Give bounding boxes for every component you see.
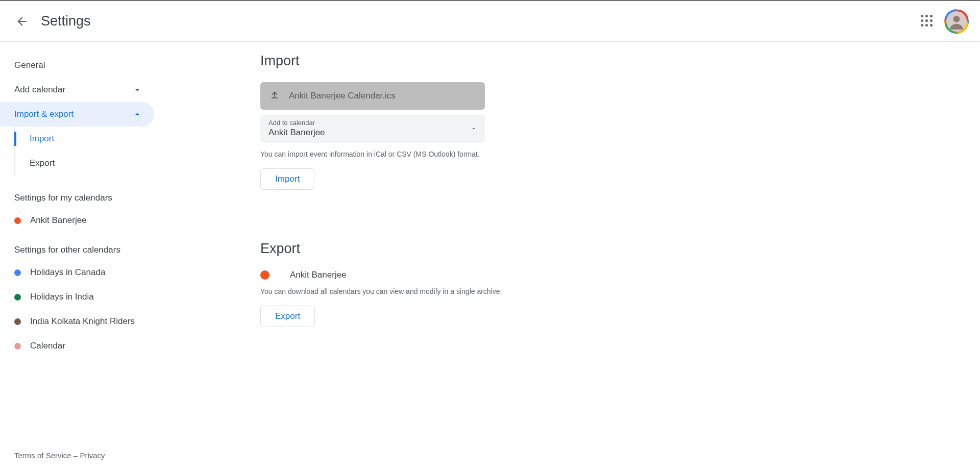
nav-label: Import & export xyxy=(14,109,74,119)
export-helper-text: You can download all calendars you can v… xyxy=(260,287,960,295)
export-button[interactable]: Export xyxy=(260,306,315,327)
calendar-color-dot xyxy=(14,294,21,301)
calendar-color-dot xyxy=(14,217,21,224)
calendar-color-dot xyxy=(14,318,21,325)
dropdown-arrow-icon xyxy=(471,125,477,133)
calendar-label: Holidays in Canada xyxy=(30,267,105,278)
import-title: Import xyxy=(260,53,960,69)
calendar-color-dot xyxy=(14,343,21,350)
import-button[interactable]: Import xyxy=(260,168,314,190)
export-title: Export xyxy=(260,241,960,257)
header-bar: Settings xyxy=(0,0,980,42)
selected-filename: Ankit Banerjee Calendar.ics xyxy=(289,91,396,101)
other-calendars-header: Settings for other calendars xyxy=(0,233,158,260)
export-section: Export Ankit Banerjee You can download a… xyxy=(260,241,960,327)
nav-label: Add calendar xyxy=(14,85,65,95)
footer-links: Terms of Service – Privacy xyxy=(0,441,158,474)
import-export-submenu: Import Export xyxy=(14,127,158,176)
add-to-calendar-select[interactable]: Add to calendar Ankit Banerjee xyxy=(260,115,485,143)
subnav-export[interactable]: Export xyxy=(15,151,158,176)
back-arrow-icon[interactable] xyxy=(14,14,30,29)
calendar-label: Ankit Banerjee xyxy=(30,215,87,226)
footer-separator: – xyxy=(71,451,80,460)
nav-general[interactable]: General xyxy=(0,53,154,78)
google-apps-icon[interactable] xyxy=(921,15,934,28)
layout-container: General Add calendar Import & export Imp… xyxy=(0,42,980,474)
import-section: Import Ankit Banerjee Calendar.ics Add t… xyxy=(260,53,960,190)
chevron-up-icon xyxy=(132,109,143,120)
nav-label: General xyxy=(14,60,45,70)
other-calendar-item[interactable]: India Kolkata Knight Riders xyxy=(0,309,158,334)
privacy-link[interactable]: Privacy xyxy=(80,451,105,460)
nav-add-calendar[interactable]: Add calendar xyxy=(0,78,154,102)
export-calendar-row: Ankit Banerjee xyxy=(260,270,960,280)
page-title: Settings xyxy=(41,13,91,29)
select-label: Add to calendar xyxy=(268,119,477,127)
other-calendar-item[interactable]: Holidays in India xyxy=(0,285,158,309)
export-calendar-name: Ankit Banerjee xyxy=(290,270,347,280)
file-upload-chip[interactable]: Ankit Banerjee Calendar.ics xyxy=(260,82,485,110)
import-helper-text: You can import event information in iCal… xyxy=(260,150,960,158)
calendar-label: Calendar xyxy=(30,341,65,351)
settings-main: Import Ankit Banerjee Calendar.ics Add t… xyxy=(158,42,980,474)
account-avatar[interactable] xyxy=(944,9,969,34)
terms-link[interactable]: Terms of Service xyxy=(14,451,71,460)
calendar-color-dot xyxy=(260,270,270,280)
calendar-label: Holidays in India xyxy=(30,292,94,302)
chevron-down-icon xyxy=(132,84,143,95)
settings-sidebar: General Add calendar Import & export Imp… xyxy=(0,42,158,474)
nav-import-export[interactable]: Import & export xyxy=(0,102,154,127)
header-right-group xyxy=(921,1,969,41)
calendar-label: India Kolkata Knight Riders xyxy=(30,316,135,327)
upload-icon xyxy=(270,90,280,103)
other-calendar-item[interactable]: Calendar xyxy=(0,334,158,358)
my-calendar-item[interactable]: Ankit Banerjee xyxy=(0,208,158,233)
subnav-import[interactable]: Import xyxy=(15,127,158,151)
calendar-color-dot xyxy=(14,269,21,276)
svg-point-0 xyxy=(953,15,960,22)
select-value: Ankit Banerjee xyxy=(268,128,477,138)
my-calendars-header: Settings for my calendars xyxy=(0,181,158,208)
other-calendar-item[interactable]: Holidays in Canada xyxy=(0,260,158,285)
